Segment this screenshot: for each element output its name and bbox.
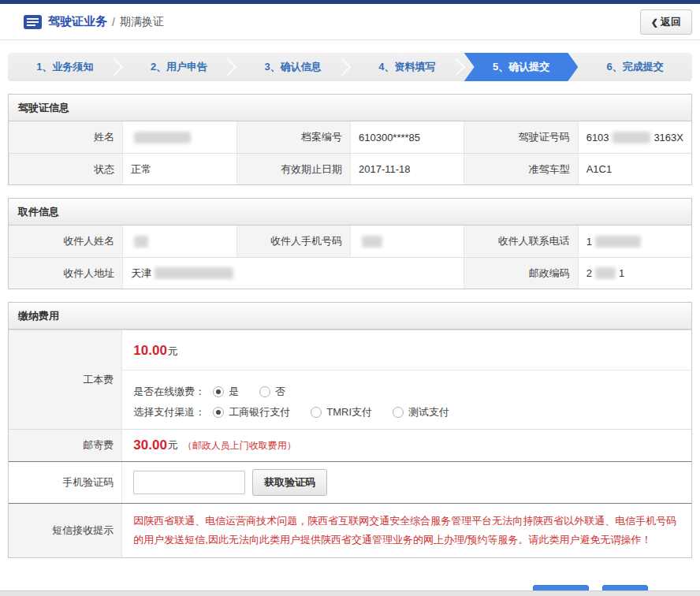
postcode-value: 21	[578, 257, 691, 289]
production-fee-amount-line: 10.00元	[122, 330, 691, 371]
license-no-suffix: 3163X	[653, 132, 683, 143]
step-label: 2、用户申告	[151, 60, 207, 74]
breadcrumb-current: 期满换证	[120, 15, 164, 29]
online-pay-no-radio[interactable]	[259, 386, 270, 397]
step-3-confirm-info[interactable]: 3、确认信息	[236, 53, 350, 81]
step-label: 3、确认信息	[265, 60, 322, 74]
step-5-confirm-submit[interactable]: 5、确认提交	[464, 53, 579, 81]
address-value: 天津	[122, 257, 464, 289]
name-value	[122, 121, 236, 153]
recipient-mobile-value	[350, 225, 464, 257]
step-wizard: 1、业务须知 2、用户申告 3、确认信息 4、资料填写 5、确认提交 6、完成提…	[8, 53, 692, 81]
bottom-strip	[0, 590, 700, 596]
production-fee-unit: 元	[168, 345, 178, 357]
channel-test-label[interactable]: 测试支付	[408, 405, 449, 419]
expiry-label: 有效期止日期	[236, 153, 350, 184]
production-fee-value: 10.00元 是否在线缴费： 是 否 选择支付渠道： 工商银行支付 TMRI支付…	[122, 330, 691, 429]
redacted-address	[155, 267, 233, 279]
sms-notice-label: 短信接收提示	[9, 504, 122, 557]
online-pay-no-label[interactable]: 否	[275, 385, 285, 399]
online-pay-yes-label[interactable]: 是	[229, 385, 239, 399]
recipient-mobile-label: 收件人手机号码	[236, 225, 350, 257]
license-business-icon	[24, 15, 42, 29]
payment-section: 缴纳费用 工本费 10.00元 是否在线缴费： 是 否 选择支付渠道： 工商银行…	[8, 302, 692, 558]
postage-fee-value: 30.00元 （邮政人员上门收取费用）	[122, 430, 691, 461]
sms-notice-row: 短信接收提示 因陕西省联通、电信运营商技术问题，陕西省互联网交通安全综合服务管理…	[9, 503, 691, 557]
payment-section-title: 缴纳费用	[9, 303, 691, 330]
get-captcha-button[interactable]: 获取验证码	[252, 469, 327, 496]
pay-channel-question: 选择支付渠道：	[133, 405, 205, 419]
pickup-info-row1: 收件人姓名 收件人手机号码 收件人联系电话 1	[9, 225, 691, 257]
back-button-label: 返回	[661, 16, 681, 28]
page-title: 驾驶证业务	[48, 14, 107, 29]
vehicle-class-label: 准驾车型	[464, 153, 577, 184]
captcha-input[interactable]	[133, 471, 245, 494]
captcha-label: 手机验证码	[9, 462, 122, 503]
back-chevron-icon: ❮	[651, 17, 658, 27]
postcode-prefix: 2	[586, 267, 592, 279]
header: 驾驶证业务 / 期满换证 ❮返回	[0, 4, 700, 40]
postage-fee-label: 邮寄费	[9, 430, 122, 461]
license-no-label: 驾驶证号码	[464, 121, 577, 153]
step-4-fill-data[interactable]: 4、资料填写	[350, 53, 464, 81]
step-6-complete-submit[interactable]: 6、完成提交	[578, 53, 692, 81]
license-no-prefix: 6103	[586, 132, 609, 143]
recipient-phone-prefix: 1	[586, 236, 592, 248]
redacted-recipient-mobile	[362, 236, 382, 248]
online-pay-question: 是否在线缴费：	[133, 385, 205, 399]
recipient-name-label: 收件人姓名	[9, 225, 122, 257]
step-label: 4、资料填写	[378, 60, 435, 74]
online-pay-question-line: 是否在线缴费： 是 否	[133, 385, 680, 399]
archive-no-value: 610300****85	[350, 121, 464, 153]
step-label: 1、业务须知	[36, 60, 93, 74]
breadcrumb-separator: /	[112, 16, 115, 28]
postage-fee-amount: 30.00	[133, 438, 167, 453]
production-fee-row: 工本费 10.00元 是否在线缴费： 是 否 选择支付渠道： 工商银行支付 TM…	[9, 330, 691, 429]
captcha-value: 获取验证码	[122, 462, 691, 503]
channel-tmri-radio[interactable]	[311, 407, 322, 418]
postage-fee-unit: 元	[168, 438, 178, 453]
redacted-recipient-phone	[595, 236, 641, 248]
back-button[interactable]: ❮返回	[640, 9, 692, 35]
channel-test-radio[interactable]	[393, 407, 404, 418]
license-info-section: 驾驶证信息 姓名 档案编号 610300****85 驾驶证号码 6103316…	[8, 94, 692, 185]
postcode-label: 邮政编码	[464, 257, 577, 289]
step-label: 5、确认提交	[493, 60, 549, 74]
redacted-recipient-name	[134, 236, 148, 248]
page: 驾驶证业务 / 期满换证 ❮返回 1、业务须知 2、用户申告 3、确认信息 4、…	[0, 0, 700, 596]
archive-no-label: 档案编号	[236, 121, 350, 153]
postage-fee-row: 邮寄费 30.00元 （邮政人员上门收取费用）	[9, 429, 691, 461]
status-label: 状态	[9, 153, 122, 184]
redacted-name	[134, 132, 191, 143]
address-prefix: 天津	[131, 266, 151, 281]
recipient-phone-value: 1	[578, 225, 691, 257]
address-label: 收件人地址	[9, 257, 122, 289]
pickup-info-section: 取件信息 收件人姓名 收件人手机号码 收件人联系电话 1 收件人地址 天津 邮政…	[8, 198, 692, 289]
payment-options: 是否在线缴费： 是 否 选择支付渠道： 工商银行支付 TMRI支付 测试支付	[122, 371, 691, 429]
vehicle-class-value: A1C1	[578, 153, 691, 184]
recipient-name-value	[122, 225, 236, 257]
license-no-value: 61033163X	[578, 121, 691, 153]
step-label: 6、完成提交	[607, 60, 664, 74]
redacted-postcode	[595, 267, 616, 279]
pickup-info-section-title: 取件信息	[9, 199, 691, 225]
channel-icbc-radio[interactable]	[213, 407, 224, 418]
status-value: 正常	[122, 153, 236, 184]
step-2-user-declaration[interactable]: 2、用户申告	[122, 53, 236, 81]
online-pay-yes-radio[interactable]	[213, 386, 224, 397]
license-info-table: 姓名 档案编号 610300****85 驾驶证号码 61033163X 状态 …	[9, 121, 691, 184]
expiry-value: 2017-11-18	[350, 153, 464, 184]
production-fee-label: 工本费	[9, 330, 122, 429]
sms-notice-text: 因陕西省联通、电信运营商技术问题，陕西省互联网交通安全综合服务管理平台无法向持陕…	[122, 504, 691, 557]
step-1-business-notice[interactable]: 1、业务须知	[8, 53, 122, 81]
channel-tmri-label[interactable]: TMRI支付	[326, 405, 372, 419]
license-info-section-title: 驾驶证信息	[9, 95, 691, 121]
postcode-suffix: 1	[619, 267, 624, 279]
name-label: 姓名	[9, 121, 122, 153]
recipient-phone-label: 收件人联系电话	[464, 225, 577, 257]
pickup-info-row2: 收件人地址 天津 邮政编码 21	[9, 257, 691, 289]
postage-fee-note: （邮政人员上门收取费用）	[183, 439, 296, 453]
pay-channel-question-line: 选择支付渠道： 工商银行支付 TMRI支付 测试支付	[133, 405, 680, 419]
captcha-row: 手机验证码 获取验证码	[9, 461, 691, 503]
channel-icbc-label[interactable]: 工商银行支付	[229, 405, 290, 419]
